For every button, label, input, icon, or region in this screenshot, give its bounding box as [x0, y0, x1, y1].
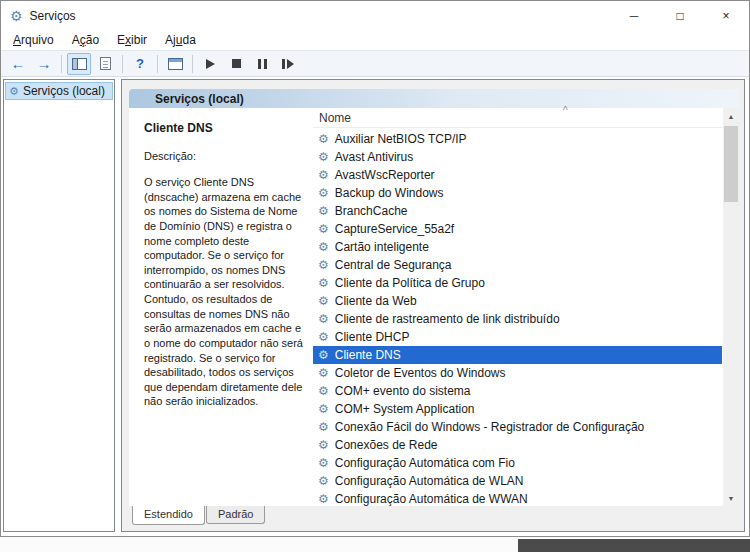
services-gear-icon: ⚙ [9, 86, 19, 97]
toolbar-separator [122, 55, 123, 73]
service-row[interactable]: ⚙Central de Segurança [313, 256, 722, 274]
service-name-label: Avast Antivirus [335, 150, 413, 164]
menu-text: E [117, 33, 125, 47]
service-row[interactable]: ⚙Backup do Windows [313, 184, 722, 202]
stop-service-button[interactable] [224, 53, 248, 75]
service-row[interactable]: ⚙Auxiliar NetBIOS TCP/IP [313, 130, 722, 148]
service-gear-icon: ⚙ [318, 403, 329, 415]
service-gear-icon: ⚙ [318, 313, 329, 325]
console-tree-panel: ⚙ Serviços (local) [3, 79, 115, 532]
service-row[interactable]: ⚙Cartão inteligente [313, 238, 722, 256]
service-row[interactable]: ⚙Conexão Fácil do Windows - Registrador … [313, 418, 722, 436]
back-button[interactable]: ← [6, 53, 30, 75]
menu-text: rquivo [21, 33, 54, 47]
menu-acao[interactable]: Ação [63, 31, 108, 49]
forward-arrow-icon: → [37, 56, 52, 71]
close-button[interactable]: × [703, 1, 749, 30]
service-gear-icon: ⚙ [318, 277, 329, 289]
extended-view-content: Cliente DNS Descrição: O serviço Cliente… [129, 108, 739, 506]
restart-icon [282, 59, 294, 69]
menu-text: da [182, 33, 195, 47]
service-gear-icon: ⚙ [318, 385, 329, 397]
show-console-tree-button[interactable] [67, 53, 91, 75]
service-row[interactable]: ⚙Configuração Automática com Fio [313, 454, 722, 472]
service-name-label: Configuração Automática de WLAN [335, 474, 524, 488]
extended-view-button[interactable] [163, 53, 187, 75]
description-label: Descrição: [144, 150, 305, 162]
menu-arquivo[interactable]: Arquivo [4, 31, 63, 49]
scrollbar-thumb[interactable] [724, 126, 738, 202]
service-gear-icon: ⚙ [318, 205, 329, 217]
service-name-label: COM+ evento do sistema [335, 384, 471, 398]
service-name-label: Conexões de Rede [335, 438, 438, 452]
extended-view-icon [168, 58, 183, 70]
service-row[interactable]: ⚙Cliente da Política de Grupo [313, 274, 722, 292]
work-area: ⚙ Serviços (local) Serviços (local) Clie… [1, 77, 749, 536]
menu-text: Aj [165, 33, 176, 47]
pause-service-button[interactable] [250, 53, 274, 75]
service-row[interactable]: ⚙COM+ evento do sistema [313, 382, 722, 400]
scroll-down-button[interactable]: ▼ [723, 490, 739, 506]
taskbar-fragment [518, 539, 750, 552]
back-arrow-icon: ← [11, 56, 26, 71]
export-list-button[interactable] [93, 53, 117, 75]
service-name-label: BranchCache [335, 204, 408, 218]
service-row[interactable]: ⚙BranchCache [313, 202, 722, 220]
menu-text: A [72, 33, 80, 47]
tree-item-label: Serviços (local) [23, 84, 105, 98]
toolbar: ← → ? [1, 50, 749, 77]
service-row[interactable]: ⚙Cliente da Web [313, 292, 722, 310]
restart-service-button[interactable] [276, 53, 300, 75]
tree-item-servicos-local[interactable]: ⚙ Serviços (local) [5, 82, 113, 100]
service-name-label: Cliente de rastreamento de link distribu… [335, 312, 560, 326]
vertical-scrollbar[interactable]: ▲ ▼ [723, 108, 739, 506]
service-row[interactable]: ⚙Coletor de Eventos do Windows [313, 364, 722, 382]
help-button[interactable]: ? [128, 53, 152, 75]
titlebar: ⚙ Serviços ─ □ × [1, 1, 749, 30]
forward-button[interactable]: → [32, 53, 56, 75]
maximize-button[interactable]: □ [657, 1, 703, 30]
service-gear-icon: ⚙ [318, 169, 329, 181]
start-service-button[interactable] [198, 53, 222, 75]
toolbar-separator [61, 55, 62, 73]
tab-estendido[interactable]: Estendido [132, 506, 205, 525]
service-gear-icon: ⚙ [318, 241, 329, 253]
scroll-up-button[interactable]: ▲ [723, 108, 739, 124]
service-gear-icon: ⚙ [318, 421, 329, 433]
description-panel: Cliente DNS Descrição: O serviço Cliente… [129, 108, 313, 506]
service-row[interactable]: ⚙AvastWscReporter [313, 166, 722, 184]
menu-ajuda[interactable]: Ajuda [156, 31, 205, 49]
service-gear-icon: ⚙ [318, 187, 329, 199]
service-gear-icon: ⚙ [318, 259, 329, 271]
service-name-label: Backup do Windows [335, 186, 444, 200]
service-row[interactable]: ⚙Cliente DNS [313, 346, 722, 364]
service-gear-icon: ⚙ [318, 223, 329, 235]
service-name-label: Cartão inteligente [335, 240, 429, 254]
service-row[interactable]: ⚙Cliente de rastreamento de link distrib… [313, 310, 722, 328]
service-row[interactable]: ⚙Configuração Automática de WWAN [313, 490, 722, 506]
results-pane: Serviços (local) Cliente DNS Descrição: … [121, 79, 745, 532]
service-row[interactable]: ⚙Avast Antivirus [313, 148, 722, 166]
toolbar-separator [192, 55, 193, 73]
service-gear-icon: ⚙ [318, 295, 329, 307]
pause-icon [258, 59, 267, 69]
service-name-label: AvastWscReporter [335, 168, 435, 182]
column-header-nome[interactable]: Nome ^ [313, 108, 739, 128]
service-row[interactable]: ⚙Configuração Automática de WLAN [313, 472, 722, 490]
service-gear-icon: ⚙ [318, 475, 329, 487]
minimize-button[interactable]: ─ [611, 1, 657, 30]
tab-padrao[interactable]: Padrão [206, 506, 265, 524]
toolbar-separator [157, 55, 158, 73]
service-list-area: Nome ^ ⚙Auxiliar NetBIOS TCP/IP⚙Avast An… [313, 108, 739, 506]
service-name-label: COM+ System Application [335, 402, 475, 416]
service-gear-icon: ⚙ [318, 493, 329, 505]
services-window: ⚙ Serviços ─ □ × Arquivo Ação Exibir Aju… [0, 0, 750, 537]
service-row[interactable]: ⚙Cliente DHCP [313, 328, 722, 346]
service-row[interactable]: ⚙COM+ System Application [313, 400, 722, 418]
console-tree-icon [72, 58, 87, 70]
service-name-label: Configuração Automática com Fio [335, 456, 515, 470]
service-row[interactable]: ⚙Conexões de Rede [313, 436, 722, 454]
menu-exibir[interactable]: Exibir [108, 31, 156, 49]
service-gear-icon: ⚙ [318, 457, 329, 469]
service-row[interactable]: ⚙CaptureService_55a2f [313, 220, 722, 238]
